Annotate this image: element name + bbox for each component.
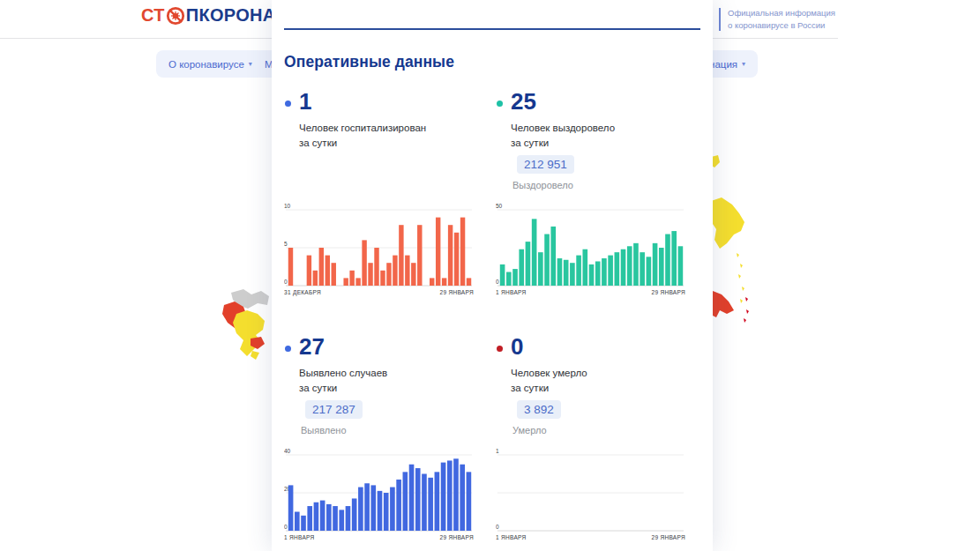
svg-text:0: 0 [284, 524, 288, 530]
stat-label: Человек умерлоза сутки [511, 366, 587, 395]
map-region-shape [231, 289, 269, 309]
stat-daily-value: 0 [511, 333, 523, 360]
stat-daily-value: 25 [511, 88, 536, 115]
stat-daily-value: 27 [299, 333, 325, 360]
svg-text:10: 10 [284, 203, 291, 209]
map-region-shape [737, 253, 739, 257]
stat-label: Выявлено случаевза сутки [299, 366, 387, 395]
stat-label: Человек выздоровелоза сутки [511, 121, 615, 150]
official-info-line1: Официальная информация [728, 7, 835, 19]
panel-top-rule [284, 28, 700, 30]
stat-cell-hospitalized: 1Человек госпитализированза сутки051031 … [284, 88, 474, 333]
operational-data-panel: Оперативные данные 1Человек госпитализир… [272, 0, 713, 551]
stat-bullet-dot [285, 346, 291, 352]
stat-total-caption: Умерло [512, 425, 547, 436]
svg-text:29 ЯНВАРЯ: 29 ЯНВАРЯ [440, 534, 474, 540]
map-region-shape [740, 264, 743, 268]
svg-text:0: 0 [496, 279, 499, 285]
map-region-shape [746, 309, 749, 314]
svg-text:1 ЯНВАРЯ: 1 ЯНВАРЯ [496, 534, 527, 540]
svg-text:29 ЯНВАРЯ: 29 ЯНВАРЯ [440, 289, 474, 295]
map-region-shape [222, 302, 246, 328]
map-region-shape [738, 274, 741, 279]
map-region-shape [740, 299, 743, 303]
svg-text:29 ЯНВАРЯ: 29 ЯНВАРЯ [652, 289, 685, 295]
map-region-shape [742, 287, 744, 291]
svg-text:1 ЯНВАРЯ: 1 ЯНВАРЯ [284, 534, 315, 540]
stat-daily-value: 1 [299, 88, 311, 115]
stat-cell-deaths: 0Человек умерлоза сутки3 892Умерло011 ЯН… [496, 333, 685, 551]
stat-total-caption: Выявлено [301, 425, 347, 436]
official-info-line2: о коронавирусе в России [728, 19, 835, 32]
map-region-shape [251, 351, 259, 360]
stat-label: Человек госпитализированза сутки [299, 121, 426, 150]
svg-text:1: 1 [496, 448, 499, 454]
bar-chart-svg: 0501 ЯНВАРЯ29 ЯНВАРЯ [496, 203, 685, 300]
svg-text:5: 5 [284, 241, 288, 247]
nav-item-label: О коронавирусе [168, 59, 244, 70]
stat-total-caption: Выздоровело [512, 180, 573, 190]
stat-chart-recovered: 0501 ЯНВАРЯ29 ЯНВАРЯ [496, 203, 685, 300]
stat-chart-detected: 020401 ЯНВАРЯ29 ЯНВАРЯ [284, 448, 474, 545]
map-region-shape [707, 197, 744, 249]
bar-chart-svg: 011 ЯНВАРЯ29 ЯНВАРЯ [496, 448, 685, 545]
map-region-shape [744, 318, 746, 323]
stat-bullet-dot [497, 101, 503, 107]
svg-text:0: 0 [284, 279, 288, 285]
stat-bullet-dot [497, 346, 503, 352]
stat-cell-recovered: 25Человек выздоровелоза сутки212 951Вызд… [496, 88, 685, 333]
stat-total-badge: 212 951 [517, 155, 574, 174]
stat-total-badge: 217 287 [305, 400, 363, 419]
stat-cell-detected: 27Выявлено случаевза сутки217 287Выявлен… [284, 333, 474, 551]
nav-item-about-coronavirus[interactable]: О коронавирусе ▾ [156, 50, 265, 78]
chevron-down-icon: ▾ [249, 60, 252, 68]
svg-text:40: 40 [284, 448, 291, 454]
official-info-text: Официальная информация о коронавирусе в … [728, 7, 835, 31]
virus-stop-icon [166, 6, 185, 26]
map-region-shape [251, 337, 265, 349]
map-region-shape [233, 310, 265, 356]
svg-text:50: 50 [496, 203, 503, 209]
svg-text:31 ДЕКАБРЯ: 31 ДЕКАБРЯ [284, 289, 321, 296]
stat-chart-deaths: 011 ЯНВАРЯ29 ЯНВАРЯ [496, 448, 685, 545]
map-region-shape [745, 297, 748, 302]
chevron-down-icon: ▾ [742, 60, 745, 68]
svg-text:0: 0 [496, 524, 499, 530]
svg-text:29 ЯНВАРЯ: 29 ЯНВАРЯ [652, 534, 685, 540]
panel-title: Оперативные данные [284, 53, 454, 71]
bar-chart-svg: 051031 ДЕКАБРЯ29 ЯНВАРЯ [284, 203, 474, 300]
official-info-divider [719, 8, 721, 31]
stat-total-badge: 3 892 [517, 400, 561, 419]
logo-text-prefix: СТ [141, 5, 165, 26]
stat-bullet-dot [285, 101, 291, 107]
svg-text:1 ЯНВАРЯ: 1 ЯНВАРЯ [496, 289, 527, 295]
stat-chart-hospitalized: 051031 ДЕКАБРЯ29 ЯНВАРЯ [284, 203, 474, 300]
bar-chart-svg: 020401 ЯНВАРЯ29 ЯНВАРЯ [284, 448, 474, 545]
